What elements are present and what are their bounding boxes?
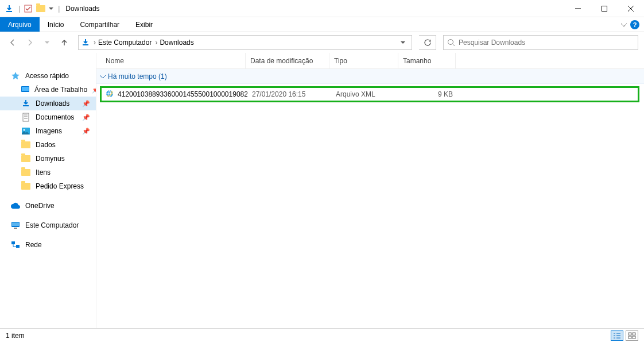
pin-icon: 📌 xyxy=(92,86,96,94)
sidebar-item-label: Pedido Express xyxy=(36,182,84,190)
view-details-button[interactable] xyxy=(611,331,623,341)
tab-share[interactable]: Compartilhar xyxy=(72,17,127,32)
group-header-label: Há muito tempo (1) xyxy=(108,72,167,80)
forward-button[interactable] xyxy=(23,36,37,49)
svg-point-2 xyxy=(448,40,453,45)
pin-icon: 📌 xyxy=(82,100,90,107)
view-largeicons-button[interactable] xyxy=(626,331,638,341)
download-arrow-icon[interactable] xyxy=(3,3,15,14)
sidebar-item-onedrive[interactable]: OneDrive xyxy=(0,199,96,213)
sidebar-item-dados[interactable]: Dados xyxy=(0,138,96,152)
search-input[interactable] xyxy=(459,39,634,47)
svg-rect-16 xyxy=(629,336,631,339)
close-button[interactable] xyxy=(618,0,644,17)
svg-rect-5 xyxy=(23,113,29,121)
file-row[interactable]: 41200103889336000145550010000190821 4...… xyxy=(102,88,638,101)
sidebar-item-label: Downloads xyxy=(36,99,69,107)
sidebar-item-label: Este Computador xyxy=(25,221,79,229)
navigation-pane: Acesso rápido Área de Trabalho 📌 Downloa… xyxy=(0,53,96,328)
svg-rect-12 xyxy=(16,245,20,248)
item-count: 1 item xyxy=(6,332,25,340)
sidebar-item-thispc[interactable]: Este Computador xyxy=(0,218,96,232)
checkbox-icon[interactable] xyxy=(22,3,34,14)
sidebar-item-label: Imagens xyxy=(36,127,62,135)
ie-xml-icon xyxy=(105,89,114,100)
window-title: Downloads xyxy=(65,5,99,13)
tab-view[interactable]: Exibir xyxy=(127,17,161,32)
ribbon-collapse-icon[interactable] xyxy=(621,21,627,29)
file-name: 41200103889336000145550010000190821 4... xyxy=(118,90,247,98)
back-button[interactable] xyxy=(6,36,20,49)
svg-rect-17 xyxy=(633,336,635,339)
download-location-icon xyxy=(81,38,90,47)
col-size[interactable]: Tamanho xyxy=(398,53,456,68)
folder-icon xyxy=(21,140,31,150)
sidebar-item-documents[interactable]: Documentos 📌 xyxy=(0,110,96,124)
svg-rect-14 xyxy=(629,333,631,335)
search-box[interactable] xyxy=(443,35,638,50)
col-name[interactable]: Nome xyxy=(96,53,246,68)
folder-quickaccess-icon[interactable] xyxy=(35,3,46,14)
navigation-bar: › Este Computador › Downloads xyxy=(0,32,644,53)
breadcrumb-chevron-icon[interactable]: › xyxy=(94,39,96,47)
help-icon[interactable]: ? xyxy=(630,20,639,29)
breadcrumb-chevron-icon[interactable]: › xyxy=(155,39,157,47)
search-icon xyxy=(447,39,455,47)
pin-icon: 📌 xyxy=(82,114,90,121)
chevron-down-icon xyxy=(100,72,106,80)
folder-icon xyxy=(21,181,31,191)
sidebar-item-network[interactable]: Rede xyxy=(0,238,96,252)
sidebar-item-label: Domynus xyxy=(36,155,65,163)
svg-rect-11 xyxy=(11,241,15,244)
folder-icon xyxy=(21,167,31,178)
sidebar-item-downloads[interactable]: Downloads 📌 xyxy=(0,97,96,110)
tab-file[interactable]: Arquivo xyxy=(0,17,40,32)
pin-icon: 📌 xyxy=(82,128,90,135)
col-date[interactable]: Data de modificação xyxy=(246,53,329,68)
svg-rect-9 xyxy=(12,222,19,226)
sidebar-item-label: Área de Trabalho xyxy=(34,86,87,94)
cloud-icon xyxy=(10,201,21,211)
computer-icon xyxy=(10,220,21,230)
sidebar-item-pedido[interactable]: Pedido Express xyxy=(0,179,96,193)
star-icon xyxy=(10,71,21,81)
maximize-button[interactable] xyxy=(591,0,618,17)
sidebar-item-quickaccess[interactable]: Acesso rápido xyxy=(0,69,96,83)
col-type[interactable]: Tipo xyxy=(329,53,398,68)
dropdown-icon[interactable] xyxy=(48,3,55,14)
sidebar-item-label: Documentos xyxy=(36,113,74,121)
sidebar-item-label: OneDrive xyxy=(25,202,55,210)
download-icon xyxy=(21,98,31,109)
file-type: Arquivo XML xyxy=(331,90,400,98)
sidebar-item-label: Rede xyxy=(25,241,42,249)
svg-rect-1 xyxy=(602,6,607,11)
refresh-button[interactable] xyxy=(419,35,436,50)
tab-home[interactable]: Início xyxy=(40,17,72,32)
sidebar-item-label: Acesso rápido xyxy=(25,72,69,80)
svg-rect-15 xyxy=(633,333,635,335)
pictures-icon xyxy=(21,126,31,136)
sidebar-item-itens[interactable]: Itens xyxy=(0,166,96,179)
documents-icon xyxy=(21,112,31,122)
network-icon xyxy=(10,240,21,250)
desktop-icon xyxy=(21,84,30,95)
recent-button[interactable] xyxy=(40,36,54,49)
status-bar: 1 item xyxy=(0,328,644,342)
sidebar-item-label: Itens xyxy=(36,168,51,176)
folder-icon xyxy=(21,153,31,164)
sidebar-item-label: Dados xyxy=(36,141,56,149)
svg-rect-10 xyxy=(14,228,17,229)
sidebar-item-domynus[interactable]: Domynus xyxy=(0,152,96,166)
breadcrumb-current[interactable]: Downloads xyxy=(160,39,193,47)
address-bar[interactable]: › Este Computador › Downloads xyxy=(78,35,412,50)
highlighted-file-row: 41200103889336000145550010000190821 4...… xyxy=(100,86,639,102)
sidebar-item-pictures[interactable]: Imagens 📌 xyxy=(0,124,96,138)
file-list-pane: Nome Data de modificação Tipo Tamanho Há… xyxy=(96,53,644,328)
file-size: 9 KB xyxy=(400,90,457,98)
sidebar-item-desktop[interactable]: Área de Trabalho 📌 xyxy=(0,83,96,97)
group-header[interactable]: Há muito tempo (1) xyxy=(96,69,644,84)
address-dropdown-icon[interactable] xyxy=(397,41,409,44)
breadcrumb-root[interactable]: Este Computador xyxy=(98,39,152,47)
minimize-button[interactable] xyxy=(565,0,591,17)
up-button[interactable] xyxy=(57,36,71,49)
